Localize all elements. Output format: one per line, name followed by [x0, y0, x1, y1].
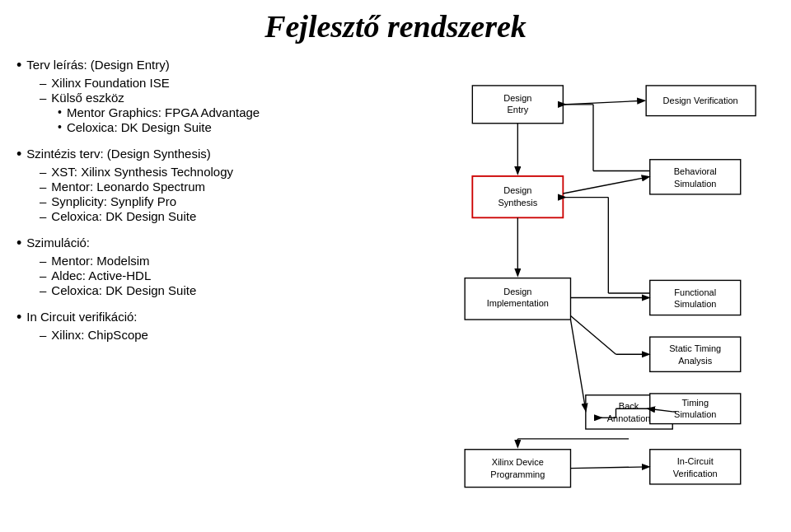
item-text: Synplicity: Synplify Pro — [51, 194, 176, 208]
flow-diagram: Design Entry Design Synthesis Design Imp… — [412, 54, 775, 532]
svg-rect-8 — [465, 450, 570, 488]
svg-text:Implementation: Implementation — [487, 299, 549, 309]
in-circuit-label: In-Circuit — [677, 456, 714, 466]
list-item: – Synplicity: Synplify Pro — [40, 194, 412, 208]
diagram-panel: Design Entry Design Synthesis Design Imp… — [412, 54, 775, 532]
item-text: Szintézis terv: (Design Synthesis) — [26, 147, 210, 161]
svg-text:Verification: Verification — [673, 469, 718, 478]
bullet-icon: • — [16, 309, 21, 326]
bullet-icon: • — [16, 57, 21, 74]
design-impl-label: Design — [503, 287, 531, 296]
dash-icon: – — [40, 283, 46, 297]
left-panel: • Terv leírás: (Design Entry) – Xilinx F… — [16, 54, 412, 532]
item-text: Mentor Graphics: FPGA Advantage — [67, 105, 260, 119]
item-text: Aldec: Active-HDL — [51, 268, 151, 282]
item-text: XST: Xilinx Synthesis Technology — [51, 165, 233, 179]
svg-rect-19 — [650, 450, 741, 484]
list-item: • Szimuláció: — [16, 236, 412, 252]
page-title: Fejlesztő rendszerek — [16, 8, 775, 44]
design-verification-label: Design Verification — [663, 96, 738, 105]
timing-sim-label: Timing — [681, 398, 709, 408]
list-item: – Aldec: Active-HDL — [40, 268, 412, 282]
item-text: Celoxica: DK Design Suite — [51, 209, 196, 223]
back-annotation-label: Back — [619, 401, 639, 411]
item-text: Terv leírás: (Design Entry) — [26, 58, 169, 72]
list-item: • Terv leírás: (Design Entry) — [16, 58, 412, 74]
svg-line-30 — [571, 316, 616, 355]
page: Fejlesztő rendszerek • Terv leírás: (Des… — [0, 0, 791, 532]
svg-text:Entry: Entry — [507, 105, 528, 114]
item-text: Xilinx: ChipScope — [51, 328, 148, 342]
dash-icon: – — [40, 194, 46, 208]
dash-icon: – — [40, 209, 46, 223]
list-item: – Mentor: Modelsim — [40, 254, 412, 268]
svg-line-23 — [571, 320, 586, 410]
svg-text:Simulation: Simulation — [674, 299, 716, 309]
list-item: – Mentor: Leonardo Spectrum — [40, 180, 412, 194]
svg-text:Programming: Programming — [490, 469, 545, 479]
bullet-icon: • — [16, 146, 21, 163]
behavioral-sim-label: Behavioral — [674, 166, 717, 176]
item-text: Külső eszköz — [51, 91, 124, 105]
dash-icon: – — [40, 254, 46, 268]
item-text: Xilinx Foundation ISE — [51, 76, 169, 90]
dash-icon: – — [40, 328, 46, 342]
item-text: Mentor: Modelsim — [51, 254, 149, 268]
dash-icon: – — [40, 165, 46, 179]
dash-icon: – — [40, 268, 46, 282]
functional-sim-label: Functional — [674, 287, 716, 297]
dash-icon: – — [40, 91, 46, 105]
svg-text:Simulation: Simulation — [674, 409, 716, 419]
svg-line-27 — [563, 100, 644, 105]
list-item: • In Circuit verifikáció: — [16, 310, 412, 326]
bullet-icon: • — [16, 235, 21, 252]
item-text: Celoxica: DK Design Suite — [67, 120, 212, 134]
list-item: – Celoxica: DK Design Suite — [40, 209, 412, 223]
xilinx-device-label: Xilinx Device — [492, 457, 544, 467]
svg-line-28 — [563, 177, 648, 194]
bullet-icon: • — [58, 120, 62, 133]
svg-text:Simulation: Simulation — [674, 179, 716, 189]
list-item: – Xilinx Foundation ISE — [40, 76, 412, 90]
dash-icon: – — [40, 180, 46, 194]
item-text: Celoxica: DK Design Suite — [51, 283, 196, 297]
svg-line-34 — [571, 467, 648, 469]
svg-rect-15 — [650, 337, 741, 371]
list-item: • Celoxica: DK Design Suite — [58, 120, 412, 134]
list-item: – XST: Xilinx Synthesis Technology — [40, 165, 412, 179]
list-item: • Mentor Graphics: FPGA Advantage — [58, 105, 412, 119]
list-item: – Celoxica: DK Design Suite — [40, 283, 412, 297]
svg-rect-11 — [650, 160, 741, 194]
content-row: • Terv leírás: (Design Entry) – Xilinx F… — [16, 54, 775, 532]
design-entry-label: Design — [503, 93, 531, 103]
svg-text:Analysis: Analysis — [678, 356, 712, 366]
bullet-icon: • — [58, 105, 62, 119]
list-item: – Külső eszköz — [40, 91, 412, 105]
design-synthesis-label: Design — [503, 185, 531, 195]
item-text: Mentor: Leonardo Spectrum — [51, 180, 205, 194]
dash-icon: – — [40, 76, 46, 90]
svg-rect-13 — [650, 280, 741, 315]
list-item: – Xilinx: ChipScope — [40, 328, 412, 342]
static-timing-label: Static Timing — [669, 344, 721, 354]
item-text: Szimuláció: — [26, 236, 90, 250]
item-text: In Circuit verifikáció: — [26, 310, 137, 324]
list-item: • Szintézis terv: (Design Synthesis) — [16, 147, 412, 163]
svg-text:Synthesis: Synthesis — [498, 198, 537, 208]
